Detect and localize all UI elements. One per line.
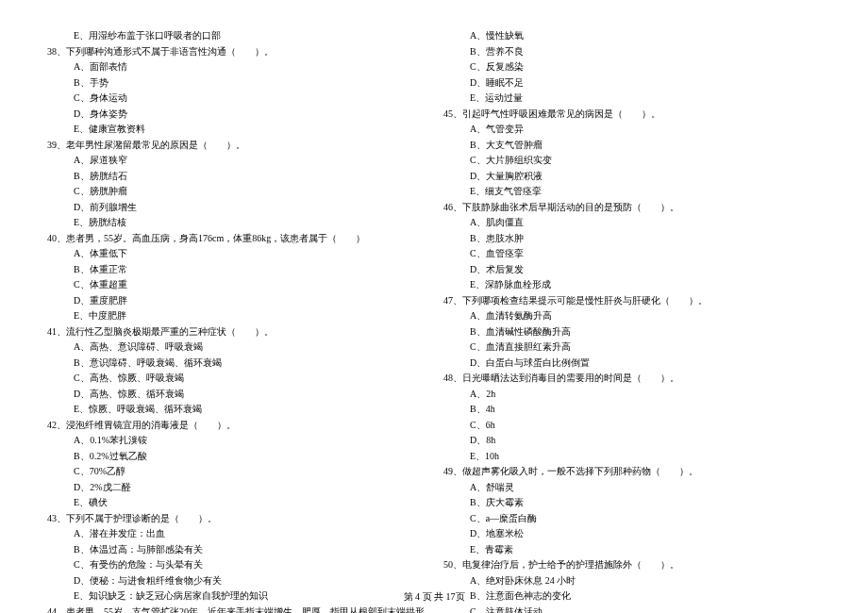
q47-opt-c: C、血清直接胆红素升高 bbox=[443, 340, 821, 356]
q42-opt-d: D、2%戊二醛 bbox=[47, 480, 425, 496]
q48-opt-d: D、8h bbox=[443, 433, 821, 449]
q40-opt-e: E、中度肥胖 bbox=[47, 308, 425, 324]
q47-stem: 47、下列哪项检查结果提示可能是慢性肝炎与肝硬化（ ）。 bbox=[443, 293, 821, 309]
page-footer: 第 4 页 共 17页 bbox=[0, 590, 868, 604]
q44-opt-c: C、反复感染 bbox=[443, 59, 821, 75]
q49-opt-d: D、地塞米松 bbox=[443, 526, 821, 542]
q41-opt-c: C、高热、惊厥、呼吸衰竭 bbox=[47, 371, 425, 387]
q37-option-e: E、用湿纱布盖于张口呼吸者的口部 bbox=[47, 28, 425, 44]
q43-stem: 43、下列不属于护理诊断的是（ ）。 bbox=[47, 511, 425, 527]
q39-opt-b: B、膀胱结石 bbox=[47, 169, 425, 185]
question-38: 38、下列哪种沟通形式不属于非语言性沟通（ ）。 A、面部表情 B、手势 C、身… bbox=[47, 44, 425, 138]
q48-opt-e: E、10h bbox=[443, 449, 821, 465]
q43-opt-b: B、体温过高：与肺部感染有关 bbox=[47, 542, 425, 558]
q42-opt-e: E、碘伏 bbox=[47, 495, 425, 511]
exam-content: E、用湿纱布盖于张口呼吸者的口部 38、下列哪种沟通形式不属于非语言性沟通（ ）… bbox=[47, 28, 821, 613]
q39-opt-c: C、膀胱肿瘤 bbox=[47, 184, 425, 200]
q48-opt-c: C、6h bbox=[443, 418, 821, 434]
q43-opt-d: D、便秘：与进食粗纤维食物少有关 bbox=[47, 573, 425, 589]
q40-stem: 40、患者男，55岁。高血压病，身高176cm，体重86kg，该患者属于（ ） bbox=[47, 231, 425, 247]
question-39: 39、老年男性尿潴留最常见的原因是（ ）。 A、尿道狭窄 B、膀胱结石 C、膀胱… bbox=[47, 138, 425, 231]
q40-opt-c: C、体重超重 bbox=[47, 277, 425, 293]
q47-opt-d: D、白蛋白与球蛋白比例倒置 bbox=[443, 356, 821, 372]
q40-opt-d: D、重度肥胖 bbox=[47, 293, 425, 309]
q49-stem: 49、做超声雾化吸入时，一般不选择下列那种药物（ ）。 bbox=[443, 464, 821, 480]
q45-opt-c: C、大片肺组织实变 bbox=[443, 153, 821, 169]
q46-opt-d: D、术后复发 bbox=[443, 262, 821, 278]
question-42: 42、浸泡纤维胃镜宜用的消毒液是（ ）。 A、0.1%苯扎溴铵 B、0.2%过氧… bbox=[47, 418, 425, 511]
question-45: 45、引起呼气性呼吸困难最常见的病因是（ ）。 A、气管变异 B、大支气管肿瘤 … bbox=[443, 107, 821, 200]
q47-opt-a: A、血清转氨酶升高 bbox=[443, 308, 821, 324]
q39-opt-e: E、膀胱结核 bbox=[47, 215, 425, 231]
q46-stem: 46、下肢静脉曲张术后早期活动的目的是预防（ ）。 bbox=[443, 200, 821, 216]
q46-opt-a: A、肌肉僵直 bbox=[443, 215, 821, 231]
question-48: 48、日光曝晒法达到消毒目的需要用的时间是（ ）。 A、2h B、4h C、6h… bbox=[443, 371, 821, 464]
q49-opt-a: A、舒喘灵 bbox=[443, 480, 821, 496]
q40-opt-b: B、体重正常 bbox=[47, 262, 425, 278]
q48-stem: 48、日光曝晒法达到消毒目的需要用的时间是（ ）。 bbox=[443, 371, 821, 387]
q46-opt-e: E、深静脉血栓形成 bbox=[443, 277, 821, 293]
q41-opt-b: B、意识障碍、呼吸衰竭、循环衰竭 bbox=[47, 356, 425, 372]
q48-opt-a: A、2h bbox=[443, 387, 821, 403]
q50-opt-a: A、绝对卧床休息 24 小时 bbox=[443, 573, 821, 589]
q50-stem: 50、电复律治疗后，护士给予的护理措施除外（ ）。 bbox=[443, 557, 821, 573]
q39-opt-d: D、前列腺增生 bbox=[47, 200, 425, 216]
q43-opt-a: A、潜在并发症：出血 bbox=[47, 526, 425, 542]
q38-opt-c: C、身体运动 bbox=[47, 91, 425, 107]
q42-opt-a: A、0.1%苯扎溴铵 bbox=[47, 433, 425, 449]
q44-stem: 44、患者男，55岁，支气管扩张20年，近年来手指末端增生、肥厚，指甲从根部到末… bbox=[47, 605, 425, 614]
q39-opt-a: A、尿道狭窄 bbox=[47, 153, 425, 169]
q44-opt-a: A、慢性缺氧 bbox=[443, 28, 821, 44]
q40-opt-a: A、体重低下 bbox=[47, 246, 425, 262]
q50-opt-c: C、注意肢体活动 bbox=[443, 605, 821, 614]
q39-stem: 39、老年男性尿潴留最常见的原因是（ ）。 bbox=[47, 138, 425, 154]
question-50: 50、电复律治疗后，护士给予的护理措施除外（ ）。 A、绝对卧床休息 24 小时… bbox=[443, 557, 821, 613]
q42-stem: 42、浸泡纤维胃镜宜用的消毒液是（ ）。 bbox=[47, 418, 425, 434]
q45-opt-e: E、细支气管痉挛 bbox=[443, 184, 821, 200]
q46-opt-b: B、患肢水肿 bbox=[443, 231, 821, 247]
q45-opt-b: B、大支气管肿瘤 bbox=[443, 138, 821, 154]
q45-stem: 45、引起呼气性呼吸困难最常见的病因是（ ）。 bbox=[443, 107, 821, 123]
q45-opt-a: A、气管变异 bbox=[443, 122, 821, 138]
q46-opt-c: C、血管痉挛 bbox=[443, 246, 821, 262]
question-47: 47、下列哪项检查结果提示可能是慢性肝炎与肝硬化（ ）。 A、血清转氨酶升高 B… bbox=[443, 293, 821, 372]
q38-opt-e: E、健康宣教资料 bbox=[47, 122, 425, 138]
left-column: E、用湿纱布盖于张口呼吸者的口部 38、下列哪种沟通形式不属于非语言性沟通（ ）… bbox=[47, 28, 425, 613]
q44-opt-e: E、运动过量 bbox=[443, 91, 821, 107]
q41-opt-d: D、高热、惊厥、循环衰竭 bbox=[47, 387, 425, 403]
question-41: 41、流行性乙型脑炎极期最严重的三种症状（ ）。 A、高热、意识障碍、呼吸衰竭 … bbox=[47, 324, 425, 418]
q41-opt-e: E、惊厥、呼吸衰竭、循环衰竭 bbox=[47, 402, 425, 418]
question-49: 49、做超声雾化吸入时，一般不选择下列那种药物（ ）。 A、舒喘灵 B、庆大霉素… bbox=[443, 464, 821, 557]
q42-opt-c: C、70%乙醇 bbox=[47, 464, 425, 480]
q38-opt-d: D、身体姿势 bbox=[47, 107, 425, 123]
q43-opt-c: C、有受伤的危险：与头晕有关 bbox=[47, 557, 425, 573]
q42-opt-b: B、0.2%过氧乙酸 bbox=[47, 449, 425, 465]
q45-opt-d: D、大量胸腔积液 bbox=[443, 169, 821, 185]
question-46: 46、下肢静脉曲张术后早期活动的目的是预防（ ）。 A、肌肉僵直 B、患肢水肿 … bbox=[443, 200, 821, 293]
q48-opt-b: B、4h bbox=[443, 402, 821, 418]
q41-opt-a: A、高热、意识障碍、呼吸衰竭 bbox=[47, 340, 425, 356]
q49-opt-e: E、青霉素 bbox=[443, 542, 821, 558]
question-40: 40、患者男，55岁。高血压病，身高176cm，体重86kg，该患者属于（ ） … bbox=[47, 231, 425, 324]
q49-opt-c: C、a—糜蛋白酶 bbox=[443, 511, 821, 527]
right-column: A、慢性缺氧 B、营养不良 C、反复感染 D、睡眠不足 E、运动过量 45、引起… bbox=[443, 28, 821, 613]
q49-opt-b: B、庆大霉素 bbox=[443, 495, 821, 511]
q38-opt-a: A、面部表情 bbox=[47, 59, 425, 75]
q44-opt-d: D、睡眠不足 bbox=[443, 75, 821, 91]
q47-opt-b: B、血清碱性磷酸酶升高 bbox=[443, 324, 821, 340]
q44-opt-b: B、营养不良 bbox=[443, 44, 821, 60]
question-44: 44、患者男，55岁，支气管扩张20年，近年来手指末端增生、肥厚，指甲从根部到末… bbox=[47, 605, 425, 614]
q38-opt-b: B、手势 bbox=[47, 75, 425, 91]
q41-stem: 41、流行性乙型脑炎极期最严重的三种症状（ ）。 bbox=[47, 324, 425, 340]
q38-stem: 38、下列哪种沟通形式不属于非语言性沟通（ ）。 bbox=[47, 44, 425, 60]
